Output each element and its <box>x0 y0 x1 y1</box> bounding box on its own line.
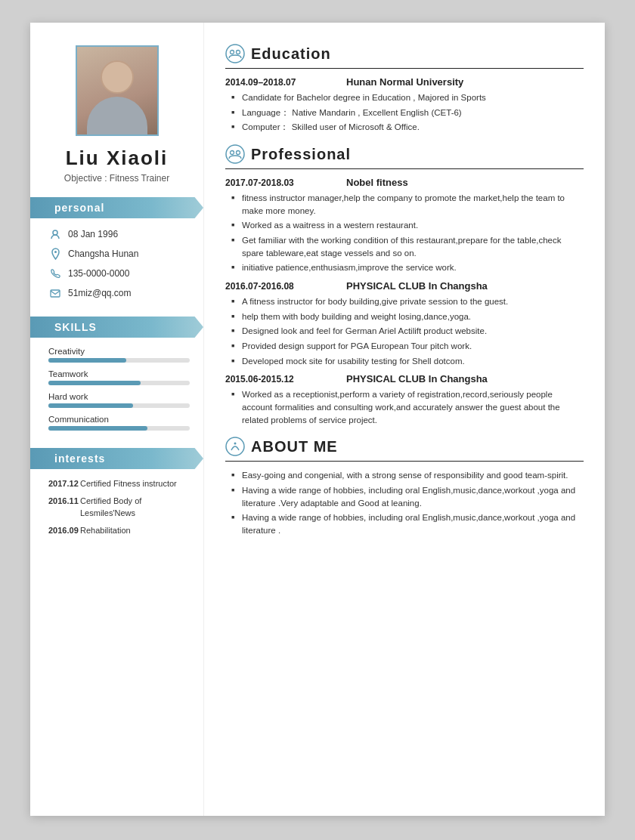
svg-point-1 <box>54 251 57 253</box>
email-icon <box>48 286 62 300</box>
skill-bar-fill-hardwork <box>48 403 133 408</box>
education-title: Education <box>251 45 331 63</box>
pro-job-header-2: 2015.06-2015.12 PHYSICAL CLUB In Changsh… <box>225 373 584 384</box>
pro-bullet-0-1: Worked as a waitress in a western restau… <box>231 219 584 232</box>
about-divider <box>225 461 584 462</box>
pro-bullet-2-0: Worked as a receptionist,perform a varie… <box>231 388 584 426</box>
skill-bar-fill-communication <box>48 426 147 431</box>
svg-point-0 <box>53 230 57 235</box>
skills-banner: SKILLS <box>30 317 203 338</box>
interests-section: 2017.12 Certified Fitness instructor 201… <box>30 478 203 554</box>
left-panel: Liu Xiaoli Objective : Fitness Trainer p… <box>30 23 204 816</box>
professional-title: Professional <box>251 146 351 163</box>
info-phone: 135-0000-0000 <box>48 267 190 280</box>
about-section: ABOUT ME Easy-going and congenial, with … <box>225 437 584 536</box>
photo-head <box>101 60 134 94</box>
interests-banner: interests <box>30 448 203 469</box>
education-icon <box>225 44 245 63</box>
pro-company-1: PHYSICAL CLUB In Changsha <box>346 280 488 292</box>
professional-divider <box>225 168 584 169</box>
resume-container: Liu Xiaoli Objective : Fitness Trainer p… <box>30 23 605 816</box>
edu-date-0: 2014.09–2018.07 <box>225 77 346 88</box>
svg-point-4 <box>231 51 234 54</box>
skill-bar-fill-creativity <box>48 358 126 363</box>
person-icon <box>48 227 62 241</box>
skill-creativity: Creativity <box>48 347 190 363</box>
interest-year-1: 2016.11 <box>48 496 80 519</box>
photo-placeholder <box>77 47 157 134</box>
svg-point-10 <box>234 443 237 445</box>
candidate-name: Liu Xiaoli <box>66 147 169 170</box>
about-bullets: Easy-going and congenial, with a strong … <box>225 469 584 536</box>
phone-text: 135-0000-0000 <box>68 268 129 279</box>
skill-name-creativity: Creativity <box>48 347 190 356</box>
pro-company-2: PHYSICAL CLUB In Changsha <box>346 373 488 384</box>
about-bullet-2: Having a wide range of hobbies, includin… <box>231 511 584 536</box>
skill-hardwork: Hard work <box>48 392 190 408</box>
dob-text: 08 Jan 1996 <box>68 229 118 239</box>
interest-desc-0: Certified Fitness instructor <box>80 478 190 489</box>
edu-bullets-0: Candidate for Bachelor degree in Educati… <box>225 91 584 134</box>
pro-bullets-1: A fitness instructor for body building,g… <box>225 295 584 367</box>
skill-bar-fill-teamwork <box>48 381 141 385</box>
skill-name-communication: Communication <box>48 415 190 424</box>
pro-bullet-1-1: help them with body building and weight … <box>231 310 584 323</box>
pro-company-0: Nobel fitness <box>346 177 408 188</box>
skill-teamwork: Teamwork <box>48 369 190 385</box>
pro-job-header-1: 2016.07-2016.08 PHYSICAL CLUB In Changsh… <box>225 280 584 292</box>
skill-bar-bg-communication <box>48 426 190 431</box>
location-text: Changsha Hunan <box>68 249 138 259</box>
education-divider <box>225 68 584 69</box>
skill-name-hardwork: Hard work <box>48 392 190 401</box>
interest-desc-1: Certified Body of Lesmiles'News <box>80 496 190 519</box>
skill-bar-bg-creativity <box>48 358 190 363</box>
edu-bullet-0-0: Candidate for Bachelor degree in Educati… <box>231 91 584 104</box>
interest-1: 2016.11 Certified Body of Lesmiles'News <box>48 496 190 519</box>
pro-job-header-0: 2017.07-2018.03 Nobel fitness <box>225 177 584 188</box>
photo-frame <box>76 45 159 136</box>
interest-year-0: 2017.12 <box>48 478 80 489</box>
info-location: Changsha Hunan <box>48 247 190 261</box>
pro-bullet-1-2: Designed look and feel for German Ariel … <box>231 325 584 338</box>
education-header: Education <box>225 44 584 63</box>
email-text: 51miz@qq.com <box>68 288 132 298</box>
svg-point-5 <box>237 51 240 54</box>
professional-header: Professional <box>225 144 584 164</box>
about-bullet-1: Having a wide range of hobbies, includin… <box>231 484 584 509</box>
about-header: ABOUT ME <box>225 437 584 456</box>
svg-point-8 <box>237 151 240 155</box>
about-title: ABOUT ME <box>251 438 338 456</box>
interest-year-2: 2016.09 <box>48 525 80 536</box>
phone-icon <box>48 267 62 280</box>
edu-company-0: Hunan Normal University <box>346 76 463 88</box>
skill-name-teamwork: Teamwork <box>48 369 190 378</box>
skill-bar-bg-teamwork <box>48 381 190 385</box>
about-bullet-0: Easy-going and congenial, with a strong … <box>231 469 584 482</box>
pro-bullet-0-0: fitness instructor manager,help the comp… <box>231 192 584 217</box>
pro-bullet-1-4: Developed mock site for usability testin… <box>231 355 584 368</box>
location-icon <box>48 247 62 261</box>
interest-2: 2016.09 Rehabilitation <box>48 525 190 536</box>
edu-bullet-0-1: Language： Native Mandarin , Excellent En… <box>231 107 584 119</box>
interest-desc-2: Rehabilitation <box>80 525 190 536</box>
svg-point-6 <box>226 145 244 163</box>
pro-bullet-0-2: Get familiar with the working condition … <box>231 234 584 259</box>
info-dob: 08 Jan 1996 <box>48 227 190 241</box>
pro-bullet-1-3: Provided design support for PGA European… <box>231 340 584 353</box>
pro-bullet-0-3: initiative patience,enthusiasm,improve t… <box>231 261 584 274</box>
edu-bullet-0-2: Computer： Skilled user of Microsoft & Of… <box>231 121 584 134</box>
professional-icon <box>225 144 245 164</box>
personal-banner: personal <box>30 197 203 218</box>
svg-rect-2 <box>51 290 60 297</box>
pro-date-2: 2015.06-2015.12 <box>225 374 346 384</box>
skills-section: Creativity Teamwork Hard work Communicat… <box>30 347 203 448</box>
interest-0: 2017.12 Certified Fitness instructor <box>48 478 190 489</box>
education-section: Education 2014.09–2018.07 Hunan Normal U… <box>225 44 584 134</box>
pro-date-0: 2017.07-2018.03 <box>225 178 346 188</box>
pro-bullets-2: Worked as a receptionist,perform a varie… <box>225 388 584 426</box>
right-panel: Education 2014.09–2018.07 Hunan Normal U… <box>204 23 605 816</box>
pro-date-1: 2016.07-2016.08 <box>225 281 346 292</box>
photo-body <box>87 97 147 134</box>
edu-job-header-0: 2014.09–2018.07 Hunan Normal University <box>225 76 584 88</box>
info-email: 51miz@qq.com <box>48 286 190 300</box>
